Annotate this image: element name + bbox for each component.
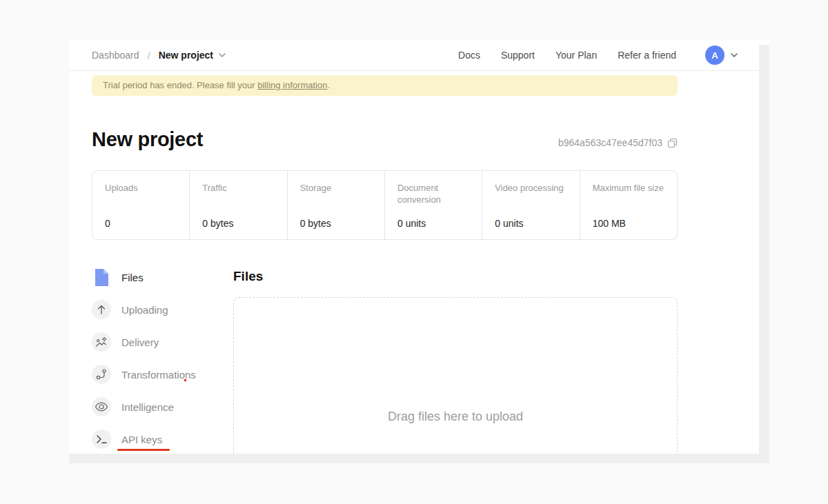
sidebar-item-label: Transformations xyxy=(121,369,196,381)
sidebar-item-api-keys[interactable]: API keys xyxy=(92,430,233,449)
nav-support-link[interactable]: Support xyxy=(501,50,535,61)
sidebar-item-intelligence[interactable]: API keys Intelligence xyxy=(92,397,233,416)
chevron-down-icon xyxy=(219,53,226,57)
stat-storage: Storage 0 bytes xyxy=(287,171,384,239)
stat-document-conversion: Document conversion 0 units xyxy=(384,171,482,239)
files-heading: Files xyxy=(233,269,678,284)
top-nav: Docs Support Your Plan Refer a friend A xyxy=(458,46,738,65)
avatar: A xyxy=(705,46,724,65)
stat-value: 0 xyxy=(105,218,177,229)
terminal-icon xyxy=(92,430,111,449)
sidebar-item-transformations[interactable]: Transformations xyxy=(92,365,233,384)
dropzone-hint: Drag files here to upload xyxy=(234,410,677,424)
chevron-down-icon xyxy=(731,53,738,57)
stat-label: Maximum file size xyxy=(593,182,664,194)
vertical-scrollbar[interactable] xyxy=(759,45,769,454)
app-window: Dashboard / New project Docs Support You… xyxy=(69,40,769,463)
stat-label: Storage xyxy=(300,182,372,194)
nav-refer-friend-link[interactable]: Refer a friend xyxy=(618,50,676,61)
stat-traffic: Traffic 0 bytes xyxy=(189,171,286,239)
trial-banner-text-end: . xyxy=(327,80,330,90)
breadcrumb-current-label: New project xyxy=(159,50,213,61)
stat-label: Uploads xyxy=(105,182,177,194)
page-title: New project xyxy=(92,128,203,151)
stat-label: Traffic xyxy=(202,182,274,194)
copy-icon xyxy=(667,138,678,148)
red-dot-annotation xyxy=(184,379,186,381)
sidebar-item-label: Delivery xyxy=(121,336,159,348)
breadcrumb-dashboard-link[interactable]: Dashboard xyxy=(92,50,139,61)
stat-value: 0 units xyxy=(397,218,469,229)
top-bar: Dashboard / New project Docs Support You… xyxy=(69,40,769,71)
stat-value: 0 units xyxy=(495,218,566,229)
project-switcher[interactable]: New project xyxy=(159,50,226,61)
file-icon xyxy=(92,268,111,287)
stat-value: 0 bytes xyxy=(202,218,274,229)
sidebar-item-uploading[interactable]: Uploading xyxy=(92,300,233,319)
eye-icon xyxy=(92,397,111,416)
project-section: Files Uploading Delivery xyxy=(92,268,678,463)
title-row: New project b964a563c47ee45d7f03 xyxy=(92,128,678,151)
sidebar-item-delivery[interactable]: Delivery xyxy=(92,332,233,352)
usage-stats-card: Uploads 0 Traffic 0 bytes Storage 0 byte… xyxy=(92,170,678,240)
trial-banner-text: Trial period has ended. Please fill your xyxy=(103,80,257,90)
copy-project-id-button[interactable] xyxy=(667,138,678,148)
breadcrumb: Dashboard / New project xyxy=(92,50,226,61)
project-id-wrap: b964a563c47ee45d7f03 xyxy=(558,137,678,148)
stat-video-processing: Video processing 0 units xyxy=(482,171,579,239)
sidebar-item-label: API keys xyxy=(121,434,162,445)
stat-value: 100 MB xyxy=(593,218,664,229)
image-sparkle-icon xyxy=(92,332,111,352)
red-underline-annotation xyxy=(117,449,170,451)
sidebar-item-label: Files xyxy=(121,272,144,283)
horizontal-scrollbar[interactable] xyxy=(69,454,769,463)
files-panel: Files Drag files here to upload xyxy=(233,268,678,463)
nav-docs-link[interactable]: Docs xyxy=(458,50,480,61)
stat-label: Video processing xyxy=(495,182,566,194)
trial-banner: Trial period has ended. Please fill your… xyxy=(92,75,678,96)
sidebar-item-files[interactable]: Files xyxy=(92,268,233,287)
file-dropzone[interactable]: Drag files here to upload xyxy=(233,297,678,463)
stat-max-file-size: Maximum file size 100 MB xyxy=(580,171,677,239)
billing-information-link[interactable]: billing information xyxy=(257,80,327,90)
sidebar-item-label: Intelligence xyxy=(121,401,174,413)
upload-arrow-icon xyxy=(92,300,111,319)
nav-your-plan-link[interactable]: Your Plan xyxy=(555,50,597,61)
sidebar-item-label: Uploading xyxy=(121,304,168,316)
project-sidebar: Files Uploading Delivery xyxy=(92,268,233,463)
user-menu[interactable]: A xyxy=(705,46,738,65)
stat-uploads: Uploads 0 xyxy=(92,171,189,239)
stat-label: Document conversion xyxy=(397,182,469,205)
breadcrumb-separator: / xyxy=(148,50,150,61)
project-id: b964a563c47ee45d7f03 xyxy=(558,137,662,148)
stat-value: 0 bytes xyxy=(300,218,372,229)
node-path-icon xyxy=(92,365,111,384)
